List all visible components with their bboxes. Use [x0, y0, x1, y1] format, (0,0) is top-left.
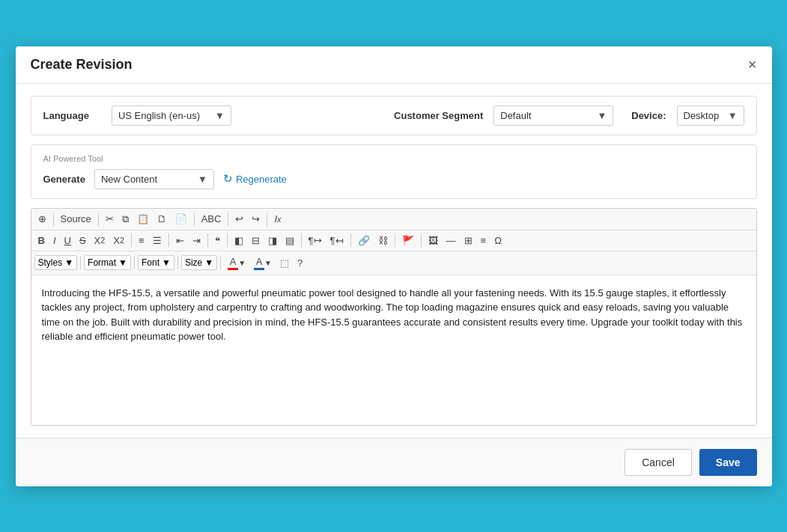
paste-button[interactable]: 📋	[133, 211, 153, 227]
cut-button[interactable]: ✂	[102, 211, 118, 227]
toolbar-row3: Styles ▼ Format ▼ Font ▼ Size ▼	[31, 251, 756, 275]
copy-button[interactable]: ⧉	[118, 211, 133, 227]
image-button[interactable]: 🖼	[425, 233, 442, 248]
bg-color-arrow-icon: ▼	[264, 259, 272, 267]
options-row: Language US English (en-us) ▼ Customer S…	[31, 96, 757, 135]
editor-content-area[interactable]: Introducing the HFS-15.5, a versatile an…	[31, 275, 756, 425]
size-select[interactable]: Size ▼	[181, 255, 217, 270]
format-arrow-icon: ▼	[118, 257, 127, 268]
generate-select[interactable]: New Content ▼	[94, 169, 214, 189]
separator11	[350, 233, 351, 247]
separator2	[98, 213, 99, 226]
font-arrow-icon: ▼	[162, 257, 171, 268]
device-label: Device:	[631, 110, 666, 121]
outdent-button[interactable]: ⇤	[172, 233, 188, 248]
device-select[interactable]: Desktop ▼	[677, 106, 744, 126]
ordered-list-button[interactable]: ≡	[135, 233, 148, 248]
link-button[interactable]: 🔗	[354, 233, 374, 248]
insert-button[interactable]: ⊕	[34, 211, 50, 227]
separator4	[228, 213, 228, 226]
modal-body: Language US English (en-us) ▼ Customer S…	[16, 84, 772, 438]
styles-select[interactable]: Styles ▼	[34, 255, 78, 270]
font-select[interactable]: Font ▼	[138, 255, 174, 270]
format-button[interactable]: ≡	[477, 233, 490, 248]
separator14	[80, 256, 81, 269]
separator8	[207, 233, 208, 247]
italic-button[interactable]: I	[49, 233, 60, 248]
align-center-button[interactable]: ⊟	[248, 233, 264, 248]
table-button[interactable]: ⊞	[461, 233, 476, 248]
separator5	[267, 213, 267, 226]
indent-button[interactable]: ⇥	[189, 233, 204, 248]
special-char-button[interactable]: Ω	[490, 233, 505, 248]
subscript-button[interactable]: X2	[91, 233, 109, 248]
separator10	[301, 233, 302, 247]
separator1	[53, 213, 54, 226]
separator15	[134, 256, 135, 269]
language-value: US English (en-us)	[118, 110, 200, 121]
cancel-button[interactable]: Cancel	[625, 449, 692, 476]
source-button[interactable]: Source	[57, 211, 95, 227]
blockquote-button[interactable]: ❝	[211, 233, 224, 248]
language-select[interactable]: US English (en-us) ▼	[112, 106, 231, 126]
styles-label: Styles	[38, 257, 63, 268]
bidi-rtl-button[interactable]: ¶↤	[326, 233, 347, 248]
generate-value: New Content	[101, 174, 157, 185]
device-group: Device: Desktop ▼	[631, 106, 744, 126]
remove-format-button[interactable]: Ix	[270, 211, 285, 227]
regenerate-icon: ↻	[223, 172, 233, 186]
separator13	[421, 233, 422, 247]
format-select[interactable]: Format ▼	[84, 255, 131, 270]
regenerate-label: Regenerate	[236, 174, 287, 185]
paste-text-button[interactable]: 🗋	[154, 211, 171, 227]
generate-row: Generate New Content ▼ ↻ Regenerate	[43, 169, 744, 189]
align-right-button[interactable]: ◨	[264, 233, 281, 248]
toolbar-row1: ⊕ Source ✂ ⧉ 📋 🗋 📄 ABC ↩ ↪ Ix	[31, 209, 756, 230]
regenerate-button[interactable]: ↻ Regenerate	[223, 172, 287, 186]
unlink-button[interactable]: ⛓	[374, 233, 392, 248]
ai-section-label: AI Powered Tool	[43, 154, 744, 163]
bold-button[interactable]: B	[34, 233, 49, 248]
separator17	[220, 256, 221, 269]
iframe-button[interactable]: ⬚	[276, 255, 293, 271]
undo-button[interactable]: ↩	[231, 211, 247, 227]
save-button[interactable]: Save	[699, 449, 757, 476]
segment-select[interactable]: Default ▼	[493, 106, 613, 126]
font-color-button[interactable]: A ▼	[224, 254, 249, 272]
help-button[interactable]: ?	[294, 255, 306, 271]
superscript-button[interactable]: X2	[109, 233, 128, 248]
strikethrough-button[interactable]: S	[76, 233, 90, 248]
align-justify-button[interactable]: ▤	[282, 233, 298, 248]
underline-button[interactable]: U	[61, 233, 75, 248]
align-left-button[interactable]: ◧	[231, 233, 247, 248]
size-arrow-icon: ▼	[204, 257, 213, 268]
styles-arrow-icon: ▼	[64, 257, 73, 268]
font-color-indicator: A	[228, 256, 238, 270]
unordered-list-button[interactable]: ☰	[149, 233, 165, 248]
generate-label: Generate	[43, 174, 85, 185]
paste-word-button[interactable]: 📄	[171, 211, 191, 227]
separator9	[227, 233, 228, 247]
spellcheck-button[interactable]: ABC	[198, 211, 225, 227]
segment-group: Customer Segment Default ▼	[394, 106, 613, 126]
separator16	[177, 256, 178, 269]
device-value: Desktop	[684, 110, 720, 121]
modal-footer: Cancel Save	[16, 438, 772, 486]
language-label: Language	[43, 110, 89, 121]
segment-value: Default	[500, 110, 531, 121]
hline-button[interactable]: —	[443, 233, 460, 248]
close-button[interactable]: ×	[748, 57, 757, 72]
redo-button[interactable]: ↪	[248, 211, 264, 227]
anchor-button[interactable]: 🚩	[398, 233, 418, 248]
font-color-arrow-icon: ▼	[238, 259, 246, 267]
editor-container: ⊕ Source ✂ ⧉ 📋 🗋 📄 ABC ↩ ↪ Ix	[31, 208, 757, 426]
bidi-ltr-button[interactable]: ¶↦	[305, 233, 326, 248]
language-arrow-icon: ▼	[215, 110, 225, 121]
format-label: Format	[88, 257, 116, 268]
toolbar-row2: B I U S X2 X2 ≡ ☰ ⇤ ⇥ ❝ ◧ ⊟ ◨ ▤ ¶↦	[31, 230, 756, 251]
generate-arrow-icon: ▼	[198, 174, 207, 185]
ai-section: AI Powered Tool Generate New Content ▼ ↻…	[31, 144, 757, 199]
source-label: Source	[61, 213, 91, 224]
bg-color-button[interactable]: A ▼	[250, 254, 276, 272]
separator7	[168, 233, 169, 247]
